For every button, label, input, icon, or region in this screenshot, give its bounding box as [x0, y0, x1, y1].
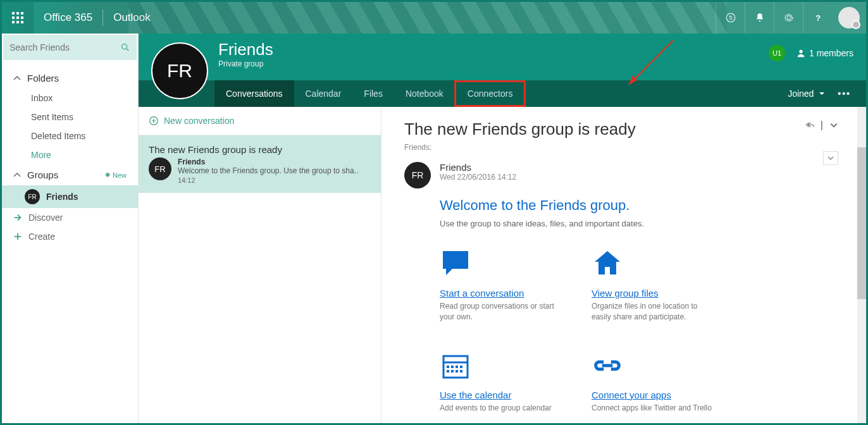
card-desc: Organize files in one location to easily… — [592, 301, 718, 323]
chain-link-icon — [592, 350, 623, 381]
member-badge[interactable]: U1 — [769, 45, 785, 61]
card-apps: Connect your apps Connect apps like Twit… — [592, 348, 718, 414]
message-list: New conversation The new Friends group i… — [139, 107, 381, 423]
svg-rect-2 — [21, 12, 23, 15]
plus-icon — [13, 232, 22, 241]
welcome-desc: Use the group to share ideas, files, and… — [440, 219, 834, 228]
scrollbar-thumb[interactable] — [857, 147, 866, 299]
svg-rect-7 — [16, 21, 19, 23]
reading-title: The new Friends group is ready — [404, 120, 834, 139]
expand-button[interactable] — [823, 151, 838, 165]
discover-label: Discover — [28, 212, 63, 223]
group-title: Friends — [218, 40, 273, 59]
svg-rect-24 — [447, 370, 449, 373]
tab-bar: Conversations Calendar Files Notebook Co… — [139, 80, 866, 107]
chevron-down-icon — [828, 155, 834, 161]
card-desc: Read group conversations or start your o… — [440, 301, 566, 323]
card-files: View group files Organize files in one l… — [592, 246, 718, 323]
house-icon — [592, 248, 623, 280]
tab-conversations[interactable]: Conversations — [214, 80, 294, 107]
members-count[interactable]: 1 members — [797, 48, 853, 58]
suite-bar: Office 365 Outlook S ? — [2, 2, 866, 34]
reply-all-icon[interactable] — [805, 121, 814, 130]
card-desc: Add events to the group calendar — [440, 403, 566, 414]
folders-header[interactable]: Folders — [2, 68, 138, 89]
message-avatar: FR — [149, 157, 171, 180]
svg-rect-22 — [456, 366, 458, 368]
search-box[interactable] — [3, 35, 137, 60]
tab-files[interactable]: Files — [352, 80, 394, 107]
svg-rect-0 — [12, 12, 15, 15]
members-label: 1 members — [809, 48, 853, 58]
start-conversation-link[interactable]: Start a conversation — [440, 288, 566, 299]
reading-to: Friends; — [404, 143, 834, 152]
card-calendar: Use the calendar Add events to the group… — [440, 348, 566, 414]
skype-icon[interactable]: S — [716, 2, 745, 34]
reading-from: Friends — [440, 162, 516, 173]
group-big-avatar: FR — [151, 42, 208, 99]
app-launcher-icon[interactable] — [2, 2, 34, 34]
use-calendar-link[interactable]: Use the calendar — [440, 390, 566, 400]
notifications-icon[interactable] — [745, 2, 774, 34]
new-conversation-label: New conversation — [164, 116, 234, 126]
tab-calendar[interactable]: Calendar — [294, 80, 353, 107]
message-preview: Welcome to the Friends group. Use the gr… — [178, 166, 371, 175]
connect-apps-link[interactable]: Connect your apps — [592, 390, 718, 400]
discover-row[interactable]: Discover — [2, 208, 138, 227]
nav-more[interactable]: More — [2, 145, 138, 164]
svg-rect-4 — [16, 16, 19, 19]
svg-rect-23 — [460, 366, 462, 368]
chevron-up-icon — [13, 75, 21, 82]
group-subtitle: Private group — [218, 59, 273, 68]
chevron-down-icon — [819, 90, 825, 97]
svg-rect-5 — [21, 16, 23, 19]
group-label: Friends — [46, 192, 78, 202]
help-icon[interactable]: ? — [803, 2, 832, 34]
message-item[interactable]: The new Friends group is ready FR Friend… — [139, 135, 381, 193]
folders-label: Folders — [27, 73, 59, 83]
group-avatar-icon: FR — [25, 189, 40, 204]
app-name[interactable]: Outlook — [103, 11, 161, 24]
new-badge[interactable]: New — [105, 171, 127, 179]
new-conversation-button[interactable]: New conversation — [139, 107, 381, 135]
create-row[interactable]: Create — [2, 227, 138, 246]
nav-sent[interactable]: Sent Items — [2, 108, 138, 126]
user-avatar[interactable] — [838, 7, 860, 28]
search-input[interactable] — [9, 42, 120, 52]
svg-text:S: S — [729, 15, 733, 21]
nav-deleted[interactable]: Deleted Items — [2, 126, 138, 145]
view-files-link[interactable]: View group files — [592, 288, 718, 299]
sidebar: Folders Inbox Sent Items Deleted Items M… — [2, 34, 139, 423]
chevron-up-icon — [13, 171, 21, 179]
card-desc: Connect apps like Twitter and Trello — [592, 403, 718, 414]
chevron-down-icon[interactable] — [829, 121, 838, 130]
svg-line-15 — [629, 40, 673, 85]
groups-header[interactable]: Groups New — [2, 164, 138, 185]
search-icon[interactable] — [120, 42, 130, 53]
svg-point-14 — [799, 50, 802, 53]
arrow-right-icon — [13, 213, 22, 222]
group-header: FR Friends Private group U1 1 members — [139, 34, 866, 80]
nav-inbox[interactable]: Inbox — [2, 89, 138, 108]
more-actions-icon[interactable]: ••• — [838, 89, 851, 99]
reading-avatar: FR — [404, 162, 431, 188]
svg-line-13 — [127, 49, 128, 51]
tab-notebook[interactable]: Notebook — [394, 80, 455, 107]
sidebar-group-friends[interactable]: FR Friends — [2, 185, 138, 208]
plus-circle-icon — [149, 116, 159, 126]
tab-connectors[interactable]: Connectors — [454, 80, 526, 107]
settings-icon[interactable] — [774, 2, 803, 34]
svg-rect-20 — [447, 366, 449, 368]
suite-brand[interactable]: Office 365 — [34, 11, 102, 24]
svg-rect-1 — [16, 12, 19, 15]
svg-rect-3 — [12, 16, 15, 19]
calendar-icon — [440, 350, 471, 381]
reading-pane: | The new Friends group is ready Friends… — [381, 107, 857, 423]
speech-bubble-icon — [440, 248, 471, 280]
svg-rect-6 — [12, 21, 15, 23]
scrollbar[interactable] — [857, 107, 866, 423]
message-subject: The new Friends group is ready — [149, 144, 371, 155]
svg-text:?: ? — [815, 13, 820, 23]
svg-rect-25 — [451, 370, 454, 373]
joined-button[interactable]: Joined — [788, 89, 825, 99]
